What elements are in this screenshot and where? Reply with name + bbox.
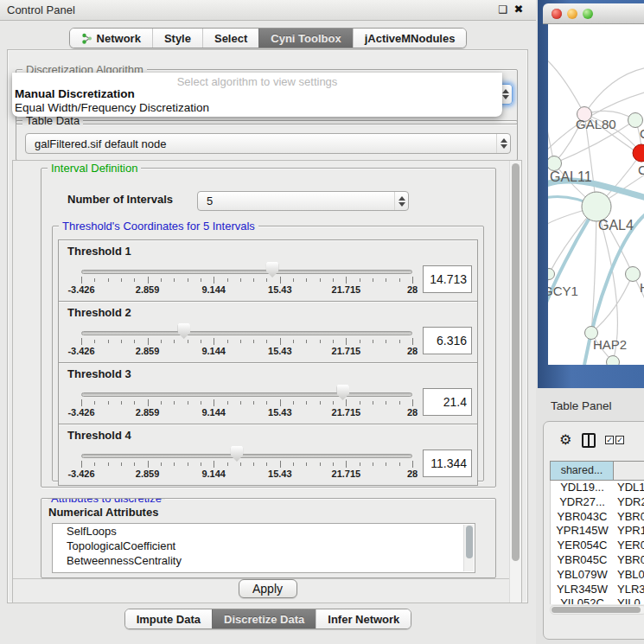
cell-name[interactable]: YLR3 <box>614 583 644 597</box>
checkbox-icon[interactable]: ✓ <box>605 436 614 444</box>
table-row[interactable]: YPR145W YPR1 <box>551 524 644 539</box>
table-data-combo[interactable]: galFiltered.sif default node <box>25 133 511 154</box>
numerical-attributes-list[interactable]: SelfLoopsTopologicalCoefficientBetweenne… <box>52 523 475 573</box>
threshold-value-field[interactable]: 14.713 <box>423 265 472 293</box>
slider-track[interactable] <box>81 392 412 397</box>
column-header-shared-name[interactable]: shared... <box>551 462 614 480</box>
tick-label: 28 <box>407 469 418 479</box>
cell-name[interactable]: YBR0 <box>614 553 644 568</box>
threshold-slider[interactable]: -3.4262.8599.14415.4321.71528 <box>81 259 412 299</box>
attributes-list-scrollbar[interactable] <box>463 525 474 571</box>
table-row[interactable]: YBR045C YBR0 <box>551 553 644 568</box>
cell-shared-name[interactable]: YER054C <box>551 539 614 553</box>
cell-name[interactable]: YDR2 <box>614 495 644 510</box>
cell-shared-name[interactable]: YLR345W <box>551 583 614 597</box>
table-row[interactable]: YLR345W YLR3 <box>551 583 644 597</box>
threshold-value-field[interactable]: 6.316 <box>423 327 472 354</box>
slider-track[interactable] <box>81 454 412 458</box>
float-window-button[interactable]: ❑ <box>496 3 510 16</box>
tab-impute-data[interactable]: Impute Data <box>125 609 212 628</box>
node-label-gal11: GAL11 <box>550 169 592 185</box>
slider-handle[interactable] <box>266 262 279 277</box>
tab-network[interactable]: Network <box>70 29 152 48</box>
table-row[interactable]: YDL19... YDL1 <box>551 481 644 495</box>
checkbox-icon[interactable]: ✓ <box>615 436 624 444</box>
tick-label: 9.144 <box>201 284 226 295</box>
algorithm-option-manual[interactable]: Manual Discretization <box>15 87 135 100</box>
split-columns-icon[interactable] <box>582 433 596 448</box>
cell-name[interactable]: YBL0 <box>614 568 644 583</box>
main-vertical-scrollbar[interactable] <box>509 161 521 603</box>
network-node-red[interactable] <box>633 144 644 163</box>
cell-name[interactable]: YIL0 <box>614 596 644 604</box>
tab-style[interactable]: Style <box>152 29 202 48</box>
threshold-value-field[interactable]: 21.4 <box>423 388 472 416</box>
attribute-item[interactable]: BetweennessCentrality <box>53 553 475 568</box>
tick-label: 2.859 <box>136 284 160 295</box>
table-row[interactable]: YDR27... YDR2 <box>551 495 644 510</box>
close-traffic-light[interactable] <box>552 9 562 19</box>
tab-infer-network[interactable]: Infer Network <box>316 609 411 628</box>
threshold-value-field[interactable]: 11.344 <box>423 450 472 477</box>
column-header-name[interactable]: n <box>614 462 644 480</box>
threshold-slider[interactable]: -3.4262.8599.14415.4321.71528 <box>81 443 412 483</box>
network-view-window[interactable]: GAL80 G C GAL11 GAL4 GCY1 H HAP2 <box>538 0 644 388</box>
tick-label: 28 <box>407 284 418 295</box>
tab-select[interactable]: Select <box>202 29 258 48</box>
tab-discretize-data[interactable]: Discretize Data <box>212 609 316 628</box>
attribute-item[interactable]: SelfLoops <box>53 524 475 539</box>
table-toolbar: ⚙ ✓ ✓ <box>544 422 644 458</box>
minimize-traffic-light[interactable] <box>567 9 577 19</box>
combo-arrows-icon <box>394 192 408 210</box>
slider-track[interactable] <box>81 270 412 274</box>
slider-ticks <box>81 277 412 284</box>
cell-name[interactable]: YDL1 <box>614 481 644 495</box>
tick-label: 21.715 <box>332 469 361 479</box>
numerical-attributes-label: Numerical Attributes <box>48 506 158 519</box>
tick-label: 9.144 <box>201 407 226 418</box>
attributes-group-title: Attributes to discretize <box>48 498 165 505</box>
table-row[interactable]: YBL079W YBL0 <box>551 568 644 583</box>
cell-name[interactable]: YPR1 <box>614 524 644 539</box>
table-row[interactable]: YER054C YER0 <box>551 539 644 553</box>
cell-shared-name[interactable]: YIL052C <box>551 596 614 604</box>
cell-name[interactable]: YBR0 <box>614 510 644 525</box>
cell-shared-name[interactable]: YBL079W <box>551 568 614 583</box>
threshold-label: Threshold 1 <box>67 245 131 258</box>
tab-jactivemnodules[interactable]: jActiveMNodules <box>353 29 467 48</box>
cell-shared-name[interactable]: YDL19... <box>551 481 614 495</box>
table-header-row: shared... n <box>550 461 644 481</box>
cell-name[interactable]: YER0 <box>614 539 644 553</box>
cell-shared-name[interactable]: YPR145W <box>551 524 614 539</box>
slider-handle[interactable] <box>177 323 190 339</box>
table-horizontal-scrollbar[interactable] <box>550 605 644 615</box>
slider-handle[interactable] <box>231 446 244 462</box>
network-icon <box>81 33 92 44</box>
network-canvas[interactable]: GAL80 G C GAL11 GAL4 GCY1 H HAP2 <box>548 24 644 365</box>
cell-shared-name[interactable]: YDR27... <box>551 495 614 510</box>
network-node-right[interactable] <box>625 266 641 282</box>
threshold-label: Threshold 4 <box>67 429 131 442</box>
tab-cyni-toolbox[interactable]: Cyni Toolbox <box>258 29 352 48</box>
gear-icon[interactable]: ⚙ <box>559 431 571 449</box>
threshold-slider[interactable]: -3.4262.8599.14415.4321.71528 <box>81 382 412 422</box>
slider-handle[interactable] <box>336 385 349 400</box>
slider-tick-labels: -3.4262.8599.14415.4321.71528 <box>81 469 412 480</box>
cell-shared-name[interactable]: YBR043C <box>551 510 614 525</box>
number-of-intervals-label: Number of Intervals <box>67 193 173 206</box>
algorithm-option-equal-width[interactable]: Equal Width/Frequency Discretization <box>15 101 209 114</box>
table-row[interactable]: YIL052C YIL0 <box>551 596 644 604</box>
algorithm-hint: Select algorithm to view settings <box>12 75 502 88</box>
table-panel: Table Panel ⚙ ✓ ✓ shared... n <box>536 388 644 644</box>
attribute-item[interactable]: TopologicalCoefficient <box>53 539 475 553</box>
close-panel-button[interactable]: ✖ <box>512 3 526 16</box>
zoom-traffic-light[interactable] <box>583 9 593 19</box>
cell-shared-name[interactable]: YBR045C <box>551 553 614 568</box>
number-of-intervals-combo[interactable]: 5 <box>197 191 409 211</box>
network-node-bottom[interactable] <box>606 355 620 365</box>
table-row[interactable]: YBR043C YBR0 <box>551 510 644 525</box>
threshold-panel: Threshold 1 -3.4262.8599.14415.4321.7152… <box>58 239 478 302</box>
slider-track[interactable] <box>81 331 412 335</box>
apply-button[interactable]: Apply <box>239 579 297 598</box>
threshold-slider[interactable]: -3.4262.8599.14415.4321.71528 <box>81 321 412 360</box>
